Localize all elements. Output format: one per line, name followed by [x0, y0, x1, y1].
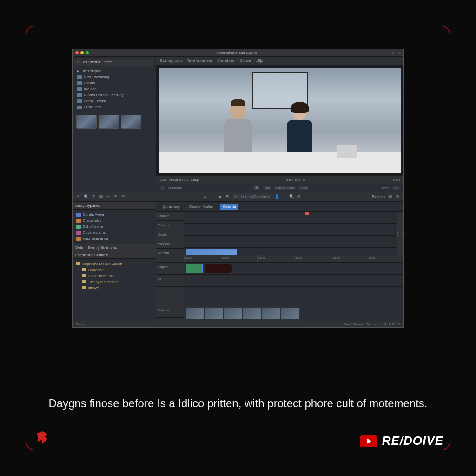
asset-item[interactable]: Crecorielos: [74, 218, 154, 224]
tree-item-label: Dorok Fesase: [84, 99, 107, 103]
track-label[interactable]: Fromen: [156, 212, 184, 221]
search-tool-icon[interactable]: 🔍: [84, 194, 88, 199]
control-button[interactable]: TE: [392, 186, 400, 190]
status-item: II: [398, 323, 400, 326]
search-icon[interactable]: ○: [392, 51, 394, 55]
strip-thumbnail[interactable]: [262, 308, 280, 319]
minimize-icon[interactable]: —: [384, 51, 388, 55]
folder-item[interactable]: Tostiny feel storler: [74, 279, 154, 285]
preview-viewport[interactable]: [156, 65, 403, 176]
layout-icon[interactable]: ▥: [395, 194, 400, 199]
close-window-button[interactable]: [75, 51, 79, 54]
asset-item[interactable]: Corata Aleva: [74, 212, 154, 218]
tracks-area[interactable]: Gxols Sero ⟲: [184, 212, 403, 255]
folder-item[interactable]: Lor/Mona: [74, 267, 154, 273]
media-thumbnail[interactable]: [121, 115, 141, 129]
control-button[interactable]: Stos: [298, 186, 309, 190]
folder-icon: [82, 274, 86, 277]
asset-list: Corata Aleva Crecorielos Dcho/debna Covi…: [73, 210, 156, 244]
grid-tool-icon[interactable]: ▦: [99, 194, 103, 199]
tree-item[interactable]: Mlorna Crrebra Teeri iey: [75, 92, 153, 98]
track-label[interactable]: Conler: [156, 230, 184, 239]
asset-label: Covioresttuns: [83, 231, 106, 235]
zoom-icon[interactable]: 🔍: [289, 194, 294, 199]
track-row[interactable]: [184, 248, 403, 255]
track-label[interactable]: Notsrell: [156, 306, 184, 318]
music-icon[interactable]: ♪: [282, 194, 286, 199]
maximize-window-button[interactable]: [86, 51, 89, 54]
lower-tracks-area[interactable]: [184, 263, 403, 306]
layout-icon[interactable]: ▦: [388, 194, 392, 199]
track-row[interactable]: [184, 263, 403, 275]
track-label[interactable]: Frgoan: [156, 263, 184, 275]
control-button[interactable]: Fush Coiron: [274, 186, 296, 190]
timeline-tab[interactable]: Qorestlery: [160, 204, 183, 210]
panel-tab[interactable]: Dete: [75, 245, 83, 250]
strip-thumbnail[interactable]: [186, 308, 204, 319]
track-row[interactable]: [184, 224, 403, 236]
tree-section[interactable]: ▸ Tier Prinpos: [75, 68, 153, 74]
track-row[interactable]: [184, 275, 403, 287]
align-center-icon[interactable]: ≣: [210, 194, 215, 199]
track-label[interactable]: Triskels: [156, 221, 184, 230]
track-label[interactable]: Di: [156, 275, 184, 287]
frame-button[interactable]: 1: [160, 186, 165, 190]
clip[interactable]: [205, 264, 232, 273]
ruler-tick: 90:00: [367, 255, 403, 262]
panel-tab[interactable]: Elernry Suertrons: [88, 245, 117, 250]
tree-item[interactable]: Lnlorta: [75, 80, 153, 86]
folder-item[interactable]: Soro Sherdl pth: [74, 273, 154, 279]
flag-icon[interactable]: ⚑: [225, 194, 230, 199]
track-label[interactable]: Wey tsa: [156, 239, 184, 249]
tab[interactable]: Stnam: [240, 59, 251, 63]
track-row[interactable]: [184, 212, 403, 224]
audio-clip[interactable]: [186, 264, 203, 273]
track-labels-lower: Frgoan Di: [156, 263, 184, 306]
close-icon[interactable]: ×: [398, 51, 401, 55]
minimize-window-button[interactable]: [80, 51, 84, 54]
toolbar-mode-label: Raseio: [372, 194, 385, 199]
tree-item[interactable]: IRelone: [75, 86, 153, 92]
time-ruler[interactable]: 311:0 50:10 90:00 00:30 e60:20 90:00: [156, 255, 403, 263]
asset-item[interactable]: Fast Tenifrance: [74, 236, 154, 242]
align-left-icon[interactable]: ≡: [203, 194, 207, 199]
tree-item[interactable]: Dorok Fesase: [75, 98, 153, 104]
track-row[interactable]: [184, 236, 403, 248]
video-clip[interactable]: [186, 249, 237, 255]
settings-icon[interactable]: ⚙: [297, 194, 301, 199]
track-label[interactable]: Marsarl: [156, 249, 184, 255]
asset-label: Corata Aleva: [83, 212, 104, 217]
tab[interactable]: Tave Vuranieos: [187, 59, 212, 63]
media-thumbnail[interactable]: [99, 115, 119, 129]
asset-item[interactable]: Covioresttuns: [74, 230, 154, 236]
loop-icon[interactable]: ⟲: [402, 232, 404, 234]
asset-item[interactable]: Dcho/debna: [74, 224, 154, 230]
tree-item[interactable]: Mter Dretstelng: [75, 74, 153, 80]
folder-item[interactable]: Ihtlove: [74, 285, 154, 291]
person-icon[interactable]: 👤: [274, 194, 279, 199]
timeline-tab-active[interactable]: Ceande: [220, 204, 238, 210]
marker-icon[interactable]: ◆: [218, 194, 222, 199]
timeline-tab[interactable]: Desiner Gulles: [186, 204, 216, 210]
playhead[interactable]: [307, 212, 307, 255]
media-thumbnail[interactable]: [76, 115, 97, 129]
toolbar-label[interactable]: Herstioko Crleetisn: [232, 194, 271, 199]
strip-thumbnail[interactable]: [243, 308, 261, 319]
tab[interactable]: Cretinbiarn: [217, 59, 235, 63]
tab[interactable]: Sairhey Louis: [160, 59, 182, 63]
strip-thumbnail[interactable]: [281, 308, 299, 319]
strip-thumbnail[interactable]: [205, 308, 223, 319]
cut-tool-icon[interactable]: ✂: [106, 194, 111, 199]
text-tool-icon[interactable]: T: [91, 194, 96, 199]
pointer-tool-icon[interactable]: ↖: [76, 194, 81, 199]
folder-item[interactable]: Reprdtins Mboan Secon: [74, 261, 154, 267]
tab[interactable]: Liltjo: [256, 59, 263, 63]
control-button[interactable]: Dei: [263, 186, 272, 190]
grid-icon[interactable]: ▦: [253, 185, 260, 190]
clip-icon: [77, 106, 82, 109]
strip-thumbnail[interactable]: [224, 308, 242, 319]
playback-controls: 1 Oiterissre ▦ Dei Fush Coiron Stos Ennr…: [156, 184, 403, 192]
tree-item[interactable]: Drnrr Thes: [75, 104, 153, 110]
redo-icon[interactable]: ↷: [121, 194, 126, 199]
undo-icon[interactable]: ↶: [113, 194, 118, 199]
